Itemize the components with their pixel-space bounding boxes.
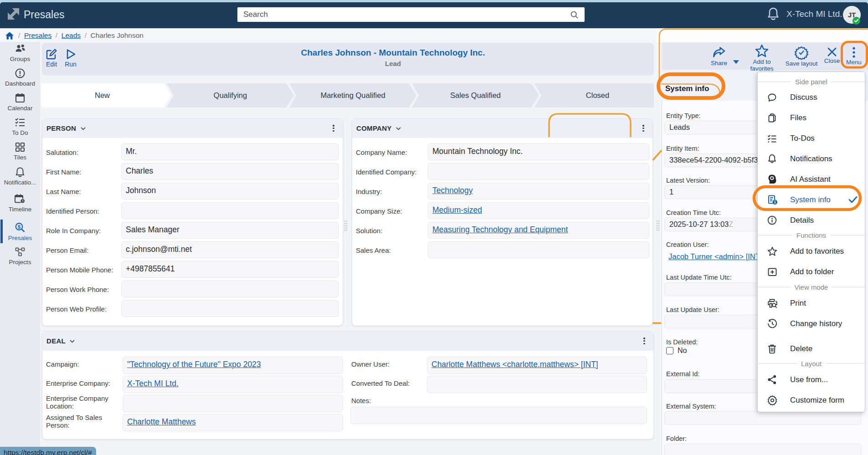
svg-text:$: $ xyxy=(18,224,21,230)
